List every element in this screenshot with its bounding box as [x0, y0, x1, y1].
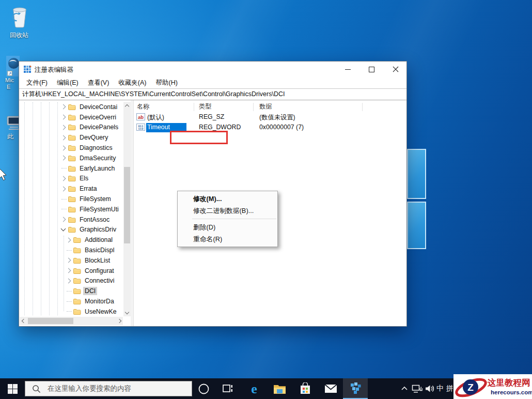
- tree-item-devicecontai[interactable]: DeviceContai: [19, 102, 123, 112]
- title-bar[interactable]: 注册表编辑器: [19, 62, 406, 77]
- tree-item-fontassoc[interactable]: FontAssoc: [19, 214, 123, 225]
- scroll-up-arrow[interactable]: [123, 102, 131, 110]
- tree-item-dmasecurity[interactable]: DmaSecurity: [19, 153, 123, 163]
- menu-file[interactable]: 文件(F): [22, 78, 52, 88]
- tree-item-usenewke[interactable]: UseNewKe: [19, 306, 123, 316]
- expand-chevron-icon[interactable]: [60, 126, 67, 129]
- expand-chevron-icon[interactable]: [66, 269, 72, 272]
- value-name: (默认): [147, 113, 164, 122]
- column-header-data[interactable]: 数据: [259, 102, 272, 111]
- taskbar-search-input[interactable]: 在这里输入你要搜索的内容: [25, 381, 192, 396]
- tree-item-additional[interactable]: Additional: [19, 235, 123, 245]
- value-row-[interactable]: ab(默认)REG_SZ(数值未设置): [134, 112, 406, 122]
- tree-item-earlylaunch[interactable]: EarlyLaunch: [19, 163, 123, 174]
- tree-item-els[interactable]: Els: [19, 174, 123, 184]
- column-header-name[interactable]: 名称: [137, 102, 150, 111]
- tree-item-filesystem[interactable]: FileSystem: [19, 194, 123, 204]
- scroll-left-arrow[interactable]: [20, 317, 26, 325]
- regedit-window: 注册表编辑器 文件(F)编辑(E)查看(V)收藏夹(A)帮助(H) 计算机\HK…: [19, 61, 407, 327]
- recycle-bin-icon[interactable]: [11, 5, 28, 31]
- tree-item-devicepanels[interactable]: DevicePanels: [19, 122, 123, 133]
- tree-item-dci[interactable]: DCI: [19, 286, 123, 296]
- tray-ime-mode-partial[interactable]: 拼: [446, 378, 453, 399]
- tree-item-configurat[interactable]: Configurat: [19, 266, 123, 276]
- context-menu-item-modify-binary[interactable]: 修改二进制数据(B)...: [178, 205, 277, 217]
- minimize-button[interactable]: [336, 62, 359, 77]
- tree-horizontal-scrollbar[interactable]: [20, 317, 123, 325]
- tree-vertical-scrollbar[interactable]: [123, 102, 131, 316]
- tree-item-label: FileSystemUti: [78, 205, 120, 213]
- tree-item-deviceoverri[interactable]: DeviceOverri: [19, 112, 123, 122]
- close-button[interactable]: [384, 62, 407, 77]
- scroll-down-arrow[interactable]: [123, 309, 131, 316]
- vertical-scroll-thumb[interactable]: [124, 167, 130, 243]
- taskbar-store-button[interactable]: [293, 378, 318, 399]
- tree-item-connectivi[interactable]: Connectivi: [19, 276, 123, 286]
- tree-item-devquery[interactable]: DevQuery: [19, 132, 123, 143]
- tree-item-label: Additional: [83, 236, 114, 244]
- folder-icon: [68, 155, 76, 161]
- tray-volume-icon[interactable]: [424, 378, 436, 399]
- maximize-button[interactable]: [360, 62, 383, 77]
- tray-network-icon[interactable]: [411, 378, 423, 399]
- folder-icon: [68, 134, 76, 141]
- expand-chevron-icon[interactable]: [60, 115, 67, 119]
- taskbar-task-view-button[interactable]: [215, 378, 240, 399]
- context-menu-item-modify[interactable]: 修改(M)...: [178, 193, 277, 205]
- value-row-timeout[interactable]: 011110TimeoutREG_DWORD0x00000007 (7): [134, 122, 406, 133]
- expand-chevron-icon[interactable]: [60, 136, 67, 140]
- expand-chevron-icon[interactable]: [66, 258, 72, 262]
- column-separator[interactable]: [362, 103, 363, 111]
- tray-chevron-up-icon[interactable]: [400, 378, 409, 399]
- tree-item-graphicsdriv[interactable]: GraphicsDriv: [19, 225, 123, 235]
- tree-item-basicdispl[interactable]: BasicDispl: [19, 245, 123, 255]
- taskbar-file-explorer-button[interactable]: [267, 378, 292, 399]
- horizontal-scroll-thumb[interactable]: [28, 318, 73, 324]
- tree-connector: [60, 199, 67, 199]
- tree-item-label: DevQuery: [78, 133, 109, 142]
- menu-favorites[interactable]: 收藏夹(A): [114, 78, 151, 88]
- expand-chevron-icon[interactable]: [60, 187, 67, 191]
- taskbar-edge-button[interactable]: e: [242, 378, 267, 399]
- value-type: REG_SZ: [199, 113, 224, 120]
- tree-connector: [66, 301, 72, 302]
- expand-chevron-icon[interactable]: [66, 238, 72, 242]
- folder-icon: [68, 186, 76, 192]
- value-name: Timeout: [147, 124, 170, 131]
- menu-help[interactable]: 帮助(H): [151, 78, 182, 88]
- column-header-type[interactable]: 类型: [199, 102, 212, 111]
- expand-chevron-icon[interactable]: [60, 146, 67, 150]
- scroll-right-arrow[interactable]: [116, 317, 123, 325]
- tree-item-diagnostics[interactable]: Diagnostics: [19, 143, 123, 153]
- address-bar[interactable]: 计算机\HKEY_LOCAL_MACHINE\SYSTEM\CurrentCon…: [19, 88, 406, 100]
- column-separator[interactable]: [194, 103, 194, 111]
- tree-item-filesystemuti[interactable]: FileSystemUti: [19, 204, 123, 214]
- expand-chevron-icon[interactable]: [66, 279, 72, 283]
- tree-connector: [66, 250, 72, 251]
- store-icon: [300, 382, 311, 395]
- expand-chevron-icon[interactable]: [60, 156, 67, 160]
- menu-view[interactable]: 查看(V): [83, 78, 114, 88]
- column-separator[interactable]: [253, 103, 254, 111]
- menu-edit[interactable]: 编辑(E): [52, 78, 83, 88]
- collapse-chevron-icon[interactable]: [60, 228, 67, 231]
- context-menu-item-rename[interactable]: 重命名(R): [178, 233, 277, 245]
- folder-icon: [68, 104, 76, 110]
- taskbar-regedit-button[interactable]: [343, 378, 368, 399]
- dword-icon: 011110: [136, 124, 145, 131]
- value-data: 0x00000007 (7): [259, 124, 304, 131]
- tree-item-errata[interactable]: Errata: [19, 183, 123, 194]
- expand-chevron-icon[interactable]: [60, 105, 67, 109]
- context-menu-item-delete[interactable]: 删除(D): [178, 221, 277, 233]
- taskbar-mail-button[interactable]: [318, 378, 343, 399]
- tree-connector: [66, 291, 72, 291]
- edge-desktop-label-line2: E: [7, 84, 10, 90]
- start-button[interactable]: [0, 378, 25, 399]
- tree-item-monitorda[interactable]: MonitorDa: [19, 296, 123, 306]
- expand-chevron-icon[interactable]: [60, 218, 67, 221]
- tray-ime-indicator[interactable]: 中: [435, 378, 445, 399]
- expand-chevron-icon[interactable]: [60, 177, 67, 180]
- tree-item-blocklist[interactable]: BlockList: [19, 255, 123, 266]
- taskbar-cortana-button[interactable]: [191, 378, 216, 399]
- tree-connector: [66, 311, 72, 312]
